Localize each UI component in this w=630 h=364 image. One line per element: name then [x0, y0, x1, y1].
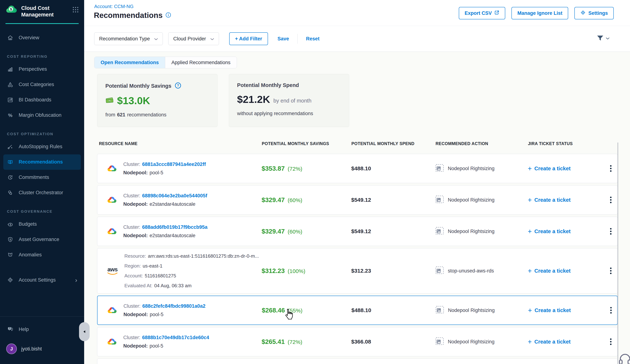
recommendations-list: Cluster:6881a3ccc887941a4ee202ff Nodepoo…	[97, 154, 618, 364]
rightsizing-icon	[435, 164, 444, 173]
nodepool-value: pool-5	[150, 169, 163, 177]
sidebar-item-account-settings[interactable]: Account Settings ›	[0, 272, 84, 288]
sidebar-item-cluster-orchestrator[interactable]: Cluster Orchestrator	[0, 185, 84, 200]
sidebar-item-autostopping[interactable]: AutoStopping Rules	[0, 139, 84, 154]
export-csv-button[interactable]: Export CSV	[459, 7, 506, 19]
create-ticket-button[interactable]: + Create a ticket	[528, 196, 604, 203]
home-icon	[7, 35, 14, 41]
create-ticket-button[interactable]: + Create a ticket	[528, 338, 604, 345]
savings-amount: $353.87	[262, 165, 285, 172]
sidebar-item-budgets[interactable]: $ Budgets	[0, 216, 84, 232]
breadcrumb-account-link[interactable]: Account: CCM-NG	[94, 4, 134, 9]
aws-logo-icon: aws	[107, 267, 118, 275]
chevron-down-icon	[154, 36, 158, 42]
table-row[interactable]: Cluster:688add6fb019b17f9bccb95a Nodepoo…	[97, 217, 618, 246]
content-area: Open Recommendations Applied Recommendat…	[84, 52, 630, 364]
sidebar-item-perspectives[interactable]: Perspectives	[0, 62, 84, 77]
page-title: Recommendations	[94, 11, 162, 20]
row-menu-kebab[interactable]	[605, 306, 617, 315]
gcp-logo-icon	[107, 165, 117, 173]
row-menu-kebab[interactable]	[604, 266, 617, 275]
money-icon	[105, 97, 114, 105]
plus-icon: +	[528, 267, 532, 274]
cluster-link[interactable]: 68898c064e3e2ba0e544005f	[142, 191, 207, 200]
row-menu-kebab[interactable]	[604, 227, 617, 236]
manage-ignore-list-button[interactable]: Manage Ignore List	[512, 7, 568, 19]
chevron-right-icon: ›	[75, 276, 77, 284]
resource-arn: arn:aws:rds:us-east-1:511616801275:db:zn…	[148, 251, 259, 261]
table-row[interactable]: Cluster:68898c064e3e2ba0e544005f Nodepoo…	[97, 185, 618, 214]
kebab-icon	[610, 164, 612, 173]
rightsizing-icon	[436, 306, 444, 315]
spend-sub: without applying recommendations	[237, 111, 313, 116]
col-potential-monthly-spend: POTENTIAL MONTHLY SPEND	[352, 141, 436, 146]
add-filter-button[interactable]: + Add Filter	[229, 32, 268, 45]
table-row[interactable]: Cluster:6886e92f59a48cad86b5b1c6 $244.05…	[97, 359, 618, 364]
clock-refresh-icon	[7, 174, 14, 181]
table-row[interactable]: aws Resource:arn:aws:rds:us-east-1:51161…	[97, 248, 618, 293]
sidebar-item-overview[interactable]: Overview	[0, 30, 84, 45]
region-label: Region:	[124, 261, 141, 271]
info-icon[interactable]	[166, 12, 171, 18]
settings-label: Settings	[588, 10, 608, 16]
gear-icon	[580, 10, 586, 17]
tab-applied-recommendations[interactable]: Applied Recommendations	[165, 57, 237, 68]
main-area: Account: CCM-NG Recommendations Export C…	[84, 0, 630, 364]
nodepool-label: Nodepool:	[123, 231, 148, 240]
sidebar-collapse-handle[interactable]	[79, 322, 90, 341]
reset-filter-link[interactable]: Reset	[306, 36, 320, 42]
nodepool-value: e2standar4autoscale	[150, 231, 195, 240]
export-csv-label: Export CSV	[465, 10, 492, 16]
svg-text:$: $	[10, 238, 11, 241]
sidebar-item-recommendations[interactable]: Recommendations	[3, 154, 81, 170]
nodepool-value: e2standar4autoscale	[150, 200, 195, 208]
sidebar-item-bi-dashboards[interactable]: BI Dashboards	[0, 92, 84, 108]
table-scrollbar[interactable]	[618, 143, 618, 364]
cluster-link[interactable]: 6881a3ccc887941a4ee202ff	[142, 160, 206, 169]
sidebar-item-commitments[interactable]: Commitments	[0, 170, 84, 185]
account-label: Account:	[124, 271, 143, 281]
support-headset-icon[interactable]	[618, 352, 630, 364]
sidebar-item-cost-categories[interactable]: Cost Categories	[0, 77, 84, 92]
svg-text:$: $	[10, 7, 12, 11]
row-menu-kebab[interactable]	[604, 195, 617, 204]
cluster-link[interactable]: 688c2fefc84fbdc99801a0a2	[142, 302, 206, 310]
sidebar-item-help[interactable]: ? Help	[0, 322, 84, 337]
plus-icon: +	[528, 228, 532, 235]
row-menu-kebab[interactable]	[604, 164, 617, 173]
sidebar-item-label: Asset Governance	[19, 237, 59, 242]
create-ticket-button[interactable]: + Create a ticket	[528, 165, 604, 172]
table-row[interactable]: Cluster:6888b1c70e49db17c1de60c4 Nodepoo…	[97, 327, 618, 356]
sidebar-item-asset-governance[interactable]: $ Asset Governance	[0, 232, 84, 247]
cluster-link[interactable]: 6888b1c70e49db17c1de60c4	[142, 333, 209, 342]
cluster-link[interactable]: 688add6fb019b17f9bccb95a	[142, 223, 208, 231]
table-row[interactable]: Cluster:6881a3ccc887941a4ee202ff Nodepoo…	[97, 154, 618, 183]
help-chat-icon: ?	[7, 326, 14, 333]
user-menu[interactable]: J jyoti.bisht	[0, 344, 84, 354]
create-ticket-button[interactable]: + Create a ticket	[528, 307, 605, 314]
nodepool-label: Nodepool:	[124, 310, 148, 319]
table-row-selected[interactable]: Cluster:688c2fefc84fbdc99801a0a2 Nodepoo…	[97, 296, 618, 325]
save-filter-link[interactable]: Save	[278, 36, 289, 42]
cloud-provider-dropdown[interactable]: Cloud Provider	[168, 32, 219, 45]
recommendation-type-dropdown[interactable]: Recommendation Type	[94, 32, 163, 45]
tab-open-recommendations[interactable]: Open Recommendations	[94, 57, 165, 68]
sidebar-item-anomalies[interactable]: ! Anomalies	[0, 247, 84, 263]
sidebar-item-label: Commitments	[19, 175, 49, 180]
module-grid-icon[interactable]	[72, 6, 79, 13]
plus-icon: +	[528, 338, 532, 345]
external-link-icon	[494, 10, 500, 16]
settings-button[interactable]: Settings	[574, 7, 614, 19]
create-ticket-button[interactable]: + Create a ticket	[528, 228, 604, 235]
recommendations-tag-icon	[7, 159, 14, 165]
filter-funnel-menu[interactable]	[597, 35, 610, 42]
sidebar-item-label: Cluster Orchestrator	[19, 190, 63, 195]
help-circle-icon[interactable]: ?	[175, 82, 181, 90]
account-value: 511616801275	[145, 271, 176, 281]
sidebar-item-margin-obfuscation[interactable]: % Margin Obfuscation	[0, 108, 84, 123]
row-menu-kebab[interactable]	[604, 337, 617, 346]
create-ticket-button[interactable]: + Create a ticket	[528, 267, 604, 274]
nodepool-label: Nodepool:	[123, 200, 148, 208]
sidebar-section-cost-governance: COST GOVERNANCE	[0, 200, 84, 216]
spend-amount: $549.12	[351, 197, 435, 203]
